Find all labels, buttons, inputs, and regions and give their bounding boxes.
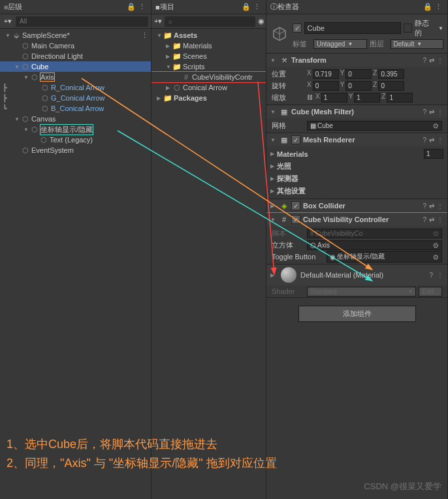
scale-x[interactable]	[321, 93, 347, 103]
project-search[interactable]	[165, 16, 255, 27]
cube-prop-field[interactable]: ⬡Axis⊙	[307, 240, 442, 250]
pos-z[interactable]	[378, 69, 404, 79]
mesh-filter-header[interactable]: ▼▦ Cube (Mesh Filter) ?⇄⋮	[266, 105, 447, 118]
b-arrow-item[interactable]: ┗⬡B_Conical Arrow	[0, 103, 151, 114]
static-dropdown-icon[interactable]: ▼	[438, 25, 443, 31]
axis-item[interactable]: ▼⬡Axis	[0, 72, 151, 82]
mesh-field[interactable]: ▦Cube⊙	[307, 121, 442, 131]
help-icon[interactable]: ?	[423, 137, 426, 144]
materials-header[interactable]: ▶Materials	[266, 148, 447, 160]
scale-y[interactable]	[354, 93, 380, 103]
filter-icon[interactable]: ◉	[258, 16, 264, 27]
add-component-button[interactable]: 添加组件	[298, 306, 416, 322]
script-component: ▼#✓ Cube Visibility Controller ?⇄⋮ 脚本#Cu…	[266, 213, 447, 265]
preset-icon[interactable]: ⇄	[429, 108, 434, 116]
preset-icon[interactable]: ⇄	[429, 216, 434, 223]
layer-dropdown[interactable]: Default▼	[391, 39, 444, 49]
material-sphere-icon	[281, 267, 296, 283]
canvas-item[interactable]: ▼⬡Canvas	[0, 114, 151, 124]
rot-x[interactable]	[313, 81, 339, 91]
shader-dropdown[interactable]: Standard▼	[307, 287, 416, 297]
help-icon[interactable]: ?	[429, 272, 433, 279]
static-checkbox[interactable]	[404, 24, 413, 33]
box-collider-header[interactable]: ▶◈✓ Box Collider ?⇄⋮	[266, 199, 447, 212]
materials-folder[interactable]: ▶📁Materials	[152, 40, 266, 51]
cube-item[interactable]: ▼⬡Cube	[0, 61, 151, 72]
materials-count[interactable]	[424, 149, 443, 159]
hierarchy-search[interactable]	[16, 16, 148, 27]
help-icon[interactable]: ?	[423, 57, 426, 64]
transform-icon: ⤧	[280, 56, 289, 65]
text-item[interactable]: ⬡Text (Legacy)	[0, 135, 151, 145]
preset-icon[interactable]: ⇄	[429, 137, 434, 144]
script-component-header[interactable]: ▼#✓ Cube Visibility Controller ?⇄⋮	[266, 213, 447, 226]
menu-icon[interactable]: ⋮	[437, 202, 443, 210]
light-item[interactable]: ⬡Directional Light	[0, 51, 151, 61]
menu-icon[interactable]: ⋮	[437, 216, 443, 223]
menu-icon[interactable]: ⋮	[433, 2, 443, 12]
object-name-input[interactable]	[304, 22, 401, 34]
menu-icon[interactable]: ⋮	[437, 137, 443, 144]
rot-y[interactable]	[345, 81, 372, 91]
cube-icon[interactable]	[270, 25, 289, 43]
conical-arrow-item[interactable]: ▶⬡Conical Arrow	[152, 82, 266, 93]
tag-dropdown[interactable]: Untagged▼	[313, 39, 367, 49]
static-label: 静态的	[415, 18, 436, 38]
pos-label: 位置	[272, 69, 304, 79]
scale-label: 缩放	[272, 93, 304, 103]
lock-icon[interactable]: 🔒	[423, 2, 433, 12]
scenes-folder[interactable]: ▶📁Scenes	[152, 51, 266, 61]
pos-y[interactable]	[345, 69, 372, 79]
camera-item[interactable]: ⬡Main Camera	[0, 40, 151, 51]
g-arrow-item[interactable]: ┣⬡G_Conical Arrow	[0, 93, 151, 103]
add-icon[interactable]: +▾	[3, 16, 13, 27]
scene-item[interactable]: ▼⬙SampleScene*⋮	[0, 30, 151, 40]
menu-icon[interactable]: ⋮	[437, 272, 443, 279]
menu-icon[interactable]: ⋮	[251, 2, 262, 12]
scripts-folder[interactable]: ▼📁Scripts	[152, 61, 266, 72]
layer-label: 图层	[370, 39, 388, 49]
mesh-renderer-header[interactable]: ▼▦✓ Mesh Renderer ?⇄⋮	[266, 133, 447, 146]
assets-folder[interactable]: ▼📁Assets	[152, 30, 266, 40]
help-icon[interactable]: ?	[423, 216, 426, 223]
help-icon[interactable]: ?	[423, 202, 426, 210]
toggle-item[interactable]: ▼⬡坐标轴显示/隐藏	[0, 124, 151, 135]
scale-z[interactable]	[387, 93, 413, 103]
material-component: ▶ Default-Material (Material) ?⋮ ShaderS…	[266, 265, 447, 298]
rot-z[interactable]	[378, 81, 404, 91]
eventsystem-item[interactable]: ⬡EventSystem	[0, 145, 151, 155]
packages-folder[interactable]: ▶📁Packages	[152, 93, 266, 103]
preset-icon[interactable]: ⇄	[429, 57, 434, 64]
script-file[interactable]: #CubeVisibilityContr	[152, 72, 266, 82]
lock-icon[interactable]: 🔒	[241, 2, 251, 12]
lighting-header[interactable]: ▶光照	[266, 160, 447, 172]
edit-button[interactable]: Edit...	[419, 287, 442, 297]
add-icon[interactable]: +▾	[154, 16, 162, 27]
r-arrow-item[interactable]: ┣⬡R_Conical Arrow	[0, 82, 151, 93]
cube-prop-label: 立方体	[272, 240, 304, 250]
menu-icon[interactable]: ⋮	[437, 57, 443, 64]
probes-header[interactable]: ▶探测器	[266, 172, 447, 185]
mesh-filter-icon: ▦	[280, 107, 289, 116]
project-tree: ▼📁Assets ▶📁Materials ▶📁Scenes ▼📁Scripts …	[152, 29, 266, 499]
material-header[interactable]: ▶ Default-Material (Material) ?⋮	[266, 265, 447, 285]
script-icon: #	[280, 215, 289, 224]
transform-header[interactable]: ▼⤧ Transform ?⇄⋮	[266, 54, 447, 67]
pos-x[interactable]	[313, 69, 339, 79]
toggle-prop-field[interactable]: ◉坐标轴显示/隐藏⊙	[327, 251, 442, 263]
object-header: ✓ 静态的 ▼ 标签 Untagged▼ 图层 Default▼	[266, 14, 447, 54]
toggle-prop-label: Toggle Button	[272, 253, 324, 261]
script-checkbox[interactable]: ✓	[291, 215, 300, 224]
menu-icon[interactable]: ⋮	[136, 2, 147, 12]
hierarchy-toolbar: +▾	[0, 14, 151, 29]
link-icon[interactable]: ⛓	[307, 94, 313, 101]
collider-checkbox[interactable]: ✓	[291, 201, 300, 210]
active-checkbox[interactable]: ✓	[293, 24, 302, 33]
help-icon[interactable]: ?	[423, 108, 426, 116]
lock-icon[interactable]: 🔒	[126, 2, 136, 12]
other-header[interactable]: ▶其他设置	[266, 185, 447, 197]
menu-icon[interactable]: ⋮	[437, 108, 443, 116]
preset-icon[interactable]: ⇄	[429, 202, 434, 210]
project-title: 项目	[160, 2, 241, 12]
renderer-checkbox[interactable]: ✓	[291, 135, 300, 144]
